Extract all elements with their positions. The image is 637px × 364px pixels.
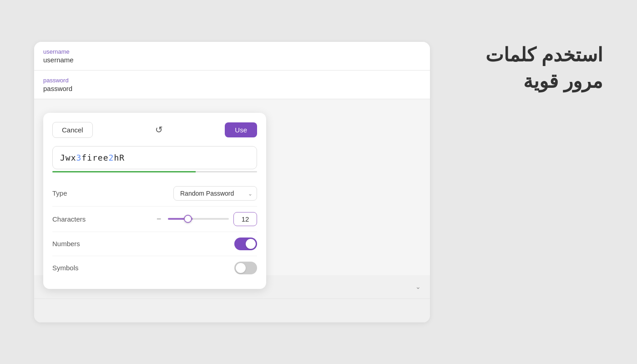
username-value: username <box>43 56 421 64</box>
username-field: username username <box>34 42 430 71</box>
characters-label: Characters <box>52 215 155 223</box>
symbols-label: Symbols <box>52 264 234 272</box>
numbers-toggle[interactable] <box>234 238 257 250</box>
arabic-heading: استخدم كلماتمرور قوية <box>457 42 603 96</box>
symbols-option-row: Symbols <box>52 256 257 280</box>
numbers-label: Numbers <box>52 240 234 248</box>
type-option-row: Type Random Password Memorable Password … <box>52 181 257 207</box>
symbols-toggle-slider <box>234 262 257 274</box>
password-value: password <box>43 85 421 92</box>
strength-bar <box>52 171 257 172</box>
numbers-option-row: Numbers <box>52 232 257 256</box>
refresh-icon: ↺ <box>155 125 163 135</box>
type-label: Type <box>52 189 173 197</box>
password-label: password <box>43 77 421 84</box>
type-select[interactable]: Random Password Memorable Password PIN <box>173 186 257 201</box>
password-field: password password <box>34 71 430 99</box>
chevron-down-icon: ⌄ <box>415 283 421 290</box>
characters-slider[interactable] <box>168 218 229 220</box>
cancel-button[interactable]: Cancel <box>52 122 93 138</box>
characters-input[interactable] <box>233 212 257 226</box>
characters-option-row: Characters − <box>52 207 257 232</box>
refresh-button[interactable]: ↺ <box>151 122 167 137</box>
password-display: Jwx3firee2hR <box>52 146 257 169</box>
characters-controls: − <box>155 212 257 226</box>
popup-toolbar: Cancel ↺ Use <box>52 122 257 138</box>
symbols-toggle[interactable] <box>234 262 257 274</box>
gray-row-bottom <box>34 299 430 323</box>
type-dropdown-wrapper[interactable]: Random Password Memorable Password PIN <box>173 186 257 201</box>
numbers-toggle-slider <box>234 238 257 250</box>
use-button[interactable]: Use <box>225 122 257 137</box>
password-popup: Cancel ↺ Use Jwx3firee2hR Type <box>43 113 266 289</box>
decrement-characters-button[interactable]: − <box>155 214 163 224</box>
username-label: username <box>43 48 421 55</box>
